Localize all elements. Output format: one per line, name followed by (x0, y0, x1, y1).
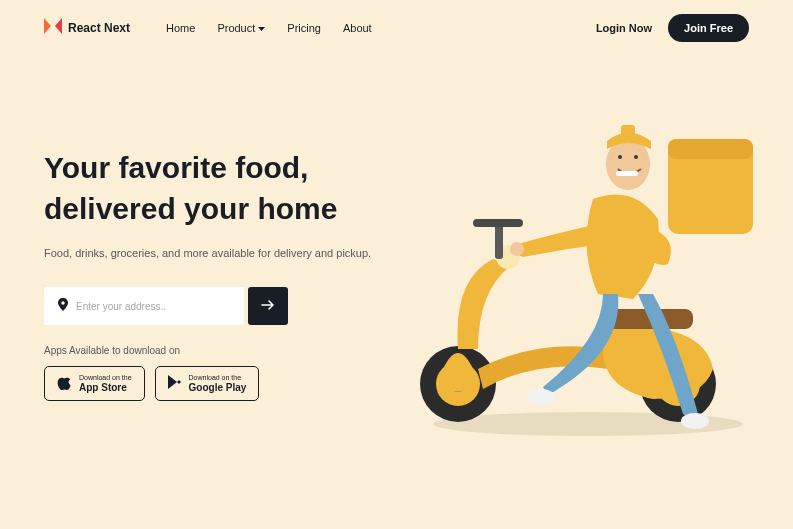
address-search (44, 287, 420, 325)
svg-point-20 (634, 155, 638, 159)
svg-point-21 (510, 242, 524, 256)
pin-icon (58, 297, 68, 315)
header: React Next Home Product Pricing About Lo… (0, 0, 793, 56)
google-play-icon (168, 375, 181, 392)
svg-point-14 (527, 389, 555, 405)
app-store-big-text: App Store (79, 382, 127, 393)
logo-text: React Next (68, 21, 130, 35)
svg-point-15 (681, 413, 709, 429)
hero-subtext: Food, drinks, groceries, and more availa… (44, 247, 420, 259)
page-headline: Your favorite food, delivered your home (44, 148, 420, 229)
chevron-down-icon (258, 22, 265, 34)
svg-rect-17 (621, 125, 635, 139)
app-store-buttons: Download on the App Store Download on th… (44, 366, 420, 401)
nav-item-pricing[interactable]: Pricing (287, 22, 321, 34)
nav-item-product[interactable]: Product (217, 22, 265, 34)
google-play-button[interactable]: Download on the Google Play (155, 366, 260, 401)
google-play-big-text: Google Play (189, 382, 247, 393)
app-store-small-text: Download on the (79, 374, 132, 382)
hero-section: Your favorite food, delivered your home … (0, 56, 420, 401)
svg-rect-18 (616, 171, 638, 176)
main-nav: Home Product Pricing About (166, 22, 372, 34)
svg-rect-13 (668, 139, 753, 159)
header-right: Login Now Join Free (596, 14, 749, 42)
app-store-button[interactable]: Download on the App Store (44, 366, 145, 401)
nav-item-about[interactable]: About (343, 22, 372, 34)
apps-available-label: Apps Available to download on (44, 345, 420, 356)
svg-point-0 (61, 301, 64, 304)
apple-icon (57, 374, 71, 393)
address-input[interactable] (76, 301, 230, 312)
logo-icon (44, 17, 62, 39)
login-link[interactable]: Login Now (596, 22, 652, 34)
join-free-button[interactable]: Join Free (668, 14, 749, 42)
svg-rect-11 (473, 219, 523, 227)
svg-rect-10 (495, 224, 503, 259)
logo[interactable]: React Next (44, 17, 130, 39)
search-submit-button[interactable] (248, 287, 288, 325)
google-play-small-text: Download on the (189, 374, 242, 382)
nav-item-home[interactable]: Home (166, 22, 195, 34)
svg-point-19 (618, 155, 622, 159)
hero-illustration (403, 69, 763, 449)
arrow-right-icon (261, 299, 275, 314)
header-left: React Next Home Product Pricing About (44, 17, 372, 39)
search-box[interactable] (44, 287, 244, 325)
